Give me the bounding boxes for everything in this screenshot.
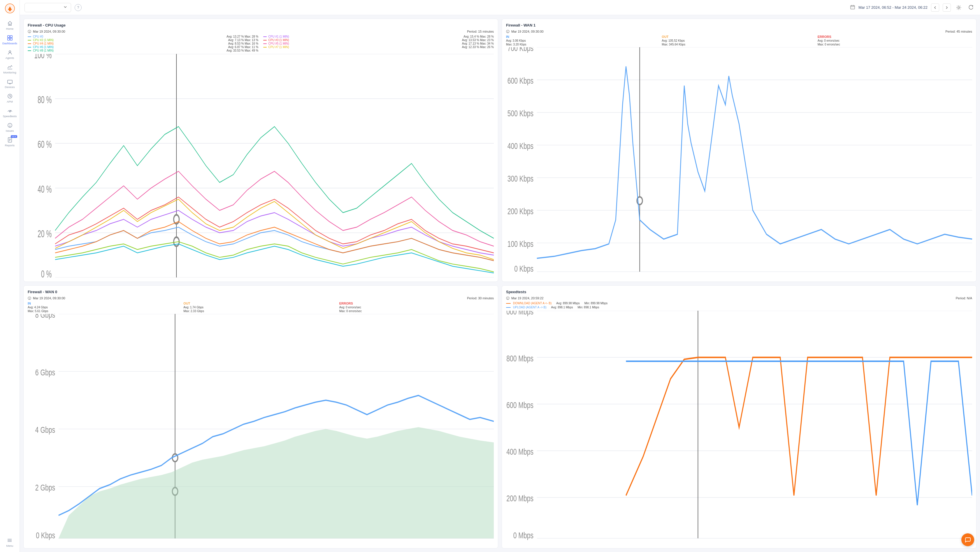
prev-date-button[interactable] <box>931 3 939 12</box>
upload-label: UPLOAD (AGENT A -> B) <box>513 306 547 309</box>
download-avg: Avg: 899.98 Mbps <box>556 302 579 305</box>
wan1-chart-area: 700 Kbps 600 Kbps 500 Kbps 400 Kbps 300 … <box>506 47 972 277</box>
wan0-tooltip-header: Mar 19 2024, 09:30:00 Period: 30 minutes <box>28 296 494 300</box>
sidebar-bottom: Menu <box>4 535 16 550</box>
date-range: Mar 17 2024, 06:52 - Mar 24 2024, 06:22 <box>858 5 928 10</box>
cpu-legend-item-7: CPU #7 (1 MIN) Avg: 12.33 % Max: 26 % <box>263 46 494 49</box>
cpu4-stats: Avg: 8.53 % Max: 16 % <box>228 42 259 45</box>
sidebar-item-devices[interactable]: Devices <box>0 76 19 91</box>
cpu2-color <box>28 40 31 40</box>
svg-text:800 Mbps: 800 Mbps <box>506 353 533 363</box>
svg-text:700 Kbps: 700 Kbps <box>508 47 533 53</box>
svg-text:400 Kbps: 400 Kbps <box>508 141 533 150</box>
cpu1-stats: Avg: 15.4 % Max: 28 % <box>463 35 494 38</box>
speedtests-panel: Speedtests Mar 19 2024, 20:59:22 Period:… <box>502 285 977 549</box>
wan1-errors-label: ERRORS <box>818 35 972 38</box>
svg-rect-2 <box>10 35 12 38</box>
sidebar-item-dashboards[interactable]: Dashboards <box>0 33 19 47</box>
wan0-in-label: IN <box>28 302 182 305</box>
svg-rect-4 <box>10 38 12 40</box>
wan1-title: Firewall - WAN 1 <box>506 23 972 27</box>
wan1-out-col: OUT Avg: 105.52 Kbps Max: 345.64 Kbps <box>662 35 816 46</box>
svg-text:2 Gbps: 2 Gbps <box>35 483 55 492</box>
cpu3-label: CPU #3 (1 MIN) <box>269 38 289 42</box>
cpu8-label: CPU #8 (1 MIN) <box>33 49 54 52</box>
cpu0-color <box>28 37 31 37</box>
svg-text:300 Kbps: 300 Kbps <box>508 174 533 183</box>
cpu4-label: CPU #4 (1 MIN) <box>33 42 54 45</box>
cpu4-color <box>28 43 31 44</box>
cpu-tooltip-header: Mar 19 2024, 09:30:00 Period: 15 minutes <box>28 30 494 33</box>
next-date-button[interactable] <box>943 3 951 12</box>
svg-text:500 Kbps: 500 Kbps <box>508 109 533 118</box>
settings-button[interactable] <box>955 3 963 12</box>
svg-text:0 Kbps: 0 Kbps <box>514 264 533 274</box>
sidebar-item-agents[interactable]: Agents <box>0 47 19 62</box>
svg-text:80 %: 80 % <box>38 94 52 105</box>
svg-point-107 <box>508 299 508 299</box>
cpu5-color <box>263 43 267 44</box>
download-min: Min: 899.98 Mbps <box>584 302 608 305</box>
sidebar-item-monitoring[interactable]: Monitoring <box>0 62 19 76</box>
wan1-errors-col: ERRORS Avg: 0 errors/sec Max: 0 errors/s… <box>818 35 972 46</box>
wan0-in-col: IN Avg: 4.24 Gbps Max: 5.61 Gbps <box>28 302 182 313</box>
wan0-legend: IN Avg: 4.24 Gbps Max: 5.61 Gbps OUT Avg… <box>28 302 494 313</box>
wan0-chart-area: 8 Gbps 6 Gbps 4 Gbps 2 Gbps 0 Kbps 18/03… <box>28 314 494 544</box>
cpu-chart-area: 100 % 80 % 60 % 40 % 20 % 0 % 18/03 19/0… <box>28 54 494 277</box>
cpu-legend-item-0: CPU #0 Avg: 13.27 % Max: 28 % <box>28 35 259 38</box>
cpu-legend-item-8: CPU #8 (1 MIN) Avg: 33.53 % Max: 49 % <box>28 49 259 52</box>
cpu6-color <box>28 47 31 48</box>
cpu-legend-item-2: CPU #2 (1 MIN) Avg: 7.13 % Max: 13 % <box>28 38 259 42</box>
wan1-in-col: IN Avg: 3.06 Kbps Max: 3.20 Kbps <box>506 35 660 46</box>
svg-text:100 Kbps: 100 Kbps <box>508 239 533 248</box>
cpu-usage-panel: Firewall - CPU Usage Mar 19 2024, 09:30:… <box>23 19 498 282</box>
sidebar-item-home-label: Home <box>6 27 13 30</box>
svg-text:600 Kbps: 600 Kbps <box>508 76 533 85</box>
wan0-errors-col: ERRORS Avg: 0 errors/sec Max: 0 errors/s… <box>339 302 494 313</box>
wan1-tooltip-header: Mar 19 2024, 09:30:00 Period: 45 minutes <box>506 30 972 33</box>
wan1-in-max: Max: 3.20 Kbps <box>506 43 660 46</box>
sidebar-menu[interactable]: Menu <box>4 535 16 550</box>
cpu-legend: CPU #0 Avg: 13.27 % Max: 28 % CPU #1 (1 … <box>28 35 494 52</box>
svg-text:0 %: 0 % <box>41 269 52 277</box>
chat-button[interactable] <box>961 533 974 546</box>
calendar-icon <box>850 5 855 11</box>
sidebar-item-monitoring-label: Monitoring <box>3 71 16 74</box>
cpu3-stats: Avg: 13.53 % Max: 23 % <box>462 38 494 42</box>
help-button[interactable]: ? <box>75 4 82 11</box>
upload-min: Min: 898.1 Mbps <box>578 306 599 309</box>
sidebar-item-reports[interactable]: NEW Reports <box>0 135 19 149</box>
wan0-out-col: OUT Avg: 1.74 Gbps Max: 2.33 Gbps <box>183 302 338 313</box>
cpu-legend-item-3: CPU #3 (1 MIN) Avg: 13.53 % Max: 23 % <box>263 38 494 42</box>
svg-text:40 %: 40 % <box>38 183 52 195</box>
sidebar-item-speedtests[interactable]: Speedtests <box>0 105 19 120</box>
wan0-panel: Firewall - WAN 0 Mar 19 2024, 09:30:00 P… <box>23 285 498 549</box>
sidebar-item-issues[interactable]: Issues <box>0 120 19 135</box>
cpu-legend-item-5: CPU #5 (1 MIN) Avg: 17.13 % Max: 34 % <box>263 42 494 45</box>
reports-new-badge: NEW <box>11 135 17 138</box>
cpu7-color <box>263 47 267 48</box>
refresh-button[interactable] <box>967 3 975 12</box>
charts-grid: Firewall - CPU Usage Mar 19 2024, 09:30:… <box>20 15 980 552</box>
wan0-in-max: Max: 5.61 Gbps <box>28 310 182 313</box>
logo[interactable] <box>4 2 16 16</box>
cpu-chart-svg: 100 % 80 % 60 % 40 % 20 % 0 % 18/03 19/0… <box>28 54 494 277</box>
help-icon: ? <box>77 6 79 10</box>
svg-text:20 %: 20 % <box>38 228 52 240</box>
svg-text:6 Gbps: 6 Gbps <box>35 367 55 377</box>
device-dropdown[interactable] <box>24 3 71 12</box>
svg-point-10 <box>8 94 12 98</box>
cpu6-stats: Avg: 6.87 % Max: 11 % <box>228 46 259 49</box>
sidebar-item-apm[interactable]: APM <box>0 91 19 105</box>
svg-point-5 <box>9 51 11 52</box>
svg-point-15 <box>10 126 10 127</box>
svg-text:400 Mbps: 400 Mbps <box>506 447 533 457</box>
svg-text:1000 Mbps: 1000 Mbps <box>506 311 533 317</box>
download-color-swatch <box>506 303 511 304</box>
cpu-legend-item-4: CPU #4 (1 MIN) Avg: 8.53 % Max: 16 % <box>28 42 259 45</box>
wan0-in-avg: Avg: 4.24 Gbps <box>28 306 182 309</box>
sidebar-item-home[interactable]: Home <box>0 18 19 33</box>
wan0-out-label: OUT <box>183 302 338 305</box>
sidebar-item-reports-wrapper: NEW Reports <box>0 135 19 149</box>
menu-label: Menu <box>6 544 13 547</box>
